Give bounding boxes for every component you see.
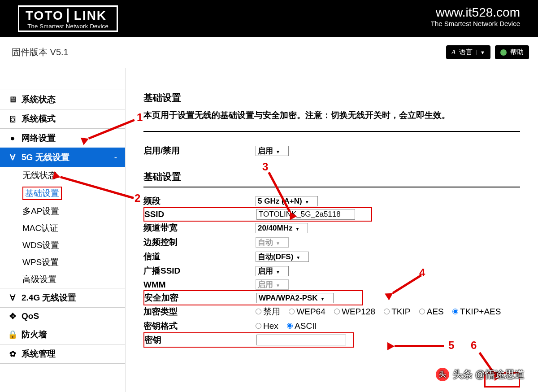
- help-icon: [500, 49, 507, 56]
- channel-select[interactable]: 自动(DFS): [256, 252, 309, 262]
- wifi-icon: ∀: [8, 153, 17, 162]
- sidebar: 🖥 系统状态 ⌼ 系统模式 ● 网络设置 ∀ 5G 无线设置 - 无线状态 基础…: [0, 68, 126, 392]
- enc-opt[interactable]: WEP128: [334, 307, 375, 316]
- encryption-radios: 禁用 WEP64 WEP128 TKIP AES TKIP+AES: [256, 306, 507, 318]
- keyformat-radios: Hex ASCII: [256, 321, 323, 331]
- channel-label: 信道: [143, 251, 256, 262]
- divider: [143, 187, 520, 187]
- enc-opt[interactable]: 禁用: [256, 307, 280, 316]
- key-label: 密钥: [144, 334, 256, 346]
- app-header: TOTOLINK The Smartest Network Device www…: [0, 0, 538, 37]
- nav-label: 防火墙: [22, 329, 47, 340]
- nav-system-mgmt[interactable]: ✿ 系统管理: [0, 344, 125, 364]
- row-wmm: WMM 启用: [143, 278, 520, 291]
- row-security: 安全加密 WPA/WPA2-PSK: [143, 290, 363, 305]
- nav-system-mode[interactable]: ⌼ 系统模式: [0, 109, 125, 128]
- keyfmt-opt[interactable]: Hex: [256, 321, 278, 331]
- header-url: www.it528.com: [431, 5, 520, 20]
- nav-label: 系统状态: [22, 94, 56, 105]
- wmm-select[interactable]: 启用: [256, 279, 289, 290]
- row-sideband: 边频控制 自动: [143, 235, 520, 249]
- language-label: 语言: [459, 48, 473, 57]
- enc-opt[interactable]: TKIP+AES: [452, 307, 501, 316]
- row-channel: 信道 自动(DFS): [143, 249, 520, 264]
- security-select[interactable]: WPA/WPA2-PSK: [256, 293, 334, 303]
- subnav-label: 高级设置: [22, 274, 56, 285]
- keyfmt-opt[interactable]: ASCII: [287, 321, 317, 331]
- subnav-wireless-status[interactable]: 无线状态: [0, 167, 125, 184]
- enc-opt[interactable]: WEP64: [289, 307, 325, 316]
- globe-icon: ●: [8, 134, 17, 143]
- row-encryption: 加密类型 禁用 WEP64 WEP128 TKIP AES TKIP+AES: [143, 305, 520, 319]
- subnav-label: WDS设置: [22, 240, 59, 251]
- enc-opt[interactable]: AES: [419, 307, 444, 316]
- broadcast-label: 广播SSID: [143, 265, 256, 277]
- encryption-label: 加密类型: [143, 306, 256, 318]
- enable-label: 启用/禁用: [143, 145, 256, 157]
- ssid-input[interactable]: [256, 209, 355, 220]
- subnav-advanced[interactable]: 高级设置: [0, 271, 125, 288]
- row-bandwidth: 频道带宽 20/40MHz: [143, 221, 520, 235]
- wmm-label: WMM: [143, 280, 256, 290]
- broadcast-select[interactable]: 启用: [256, 266, 289, 276]
- brand-tagline: The Smartest Network Device: [26, 23, 110, 30]
- wifi-icon: ∀: [8, 293, 17, 302]
- band-select[interactable]: 5 GHz (A+N): [256, 196, 318, 206]
- nav-label: 5G 无线设置: [22, 152, 69, 163]
- subnav-label: WPS设置: [22, 257, 59, 268]
- subnav-label: 多AP设置: [22, 205, 59, 217]
- enc-opt[interactable]: TKIP: [384, 307, 410, 316]
- nav-firewall[interactable]: 🔒 防火墙: [0, 325, 125, 344]
- nav-24g-wireless[interactable]: ∀ 2.4G 无线设置: [0, 288, 125, 307]
- nav-network[interactable]: ● 网络设置: [0, 128, 125, 148]
- nav-label: 系统管理: [22, 348, 56, 360]
- security-label: 安全加密: [144, 292, 256, 304]
- row-key: 密钥: [143, 332, 354, 348]
- row-broadcast: 广播SSID 启用: [143, 264, 520, 278]
- segment-icon: ⌼: [8, 114, 17, 123]
- keyformat-label: 密钥格式: [143, 320, 256, 332]
- row-enable: 启用/禁用 启用: [143, 144, 520, 158]
- qos-icon: ✥: [8, 312, 17, 321]
- annotation-box-6: [484, 372, 520, 388]
- gear-icon: ✿: [8, 349, 17, 358]
- chevron-down-icon: ▼: [476, 50, 485, 55]
- nav-label: 系统模式: [22, 113, 56, 125]
- nav-label: 网络设置: [22, 132, 56, 144]
- nav-qos[interactable]: ✥ QoS: [0, 307, 125, 325]
- subnav-label: MAC认证: [22, 222, 58, 234]
- help-button[interactable]: 帮助: [495, 45, 529, 59]
- subnav-wps[interactable]: WPS设置: [0, 254, 125, 271]
- monitor-icon: 🖥: [8, 95, 17, 104]
- language-button[interactable]: A 语言 ▼: [446, 45, 490, 59]
- sideband-label: 边频控制: [143, 236, 256, 248]
- subnav-basic-settings[interactable]: 基础设置: [0, 184, 125, 203]
- help-label: 帮助: [510, 48, 524, 57]
- brand-text-b: LINK: [67, 9, 107, 22]
- enable-select[interactable]: 启用: [256, 146, 289, 156]
- nav-5g-wireless[interactable]: ∀ 5G 无线设置 -: [0, 148, 125, 167]
- toolbar: 固件版本 V5.1 A 语言 ▼ 帮助: [0, 37, 538, 68]
- nav-label: 2.4G 无线设置: [22, 292, 76, 304]
- bandwidth-label: 频道带宽: [143, 222, 256, 234]
- ssid-label: SSID: [144, 209, 256, 219]
- row-ssid: SSID: [143, 207, 372, 222]
- subnav-label: 基础设置: [22, 187, 62, 200]
- nav-system-status[interactable]: 🖥 系统状态: [0, 90, 125, 109]
- page-description: 本页用于设置无线的基础设置与安全加密。注意：切换无线开关时，会立即生效。: [143, 109, 520, 121]
- subnav-multi-ap[interactable]: 多AP设置: [0, 203, 125, 220]
- basic-settings-header: 基础设置: [143, 170, 520, 183]
- band-label: 频段: [143, 195, 256, 207]
- row-keyformat: 密钥格式 Hex ASCII: [143, 319, 520, 333]
- header-right: www.it528.com The Smartest Network Devic…: [431, 5, 520, 27]
- bandwidth-select[interactable]: 20/40MHz: [256, 223, 308, 233]
- row-band: 频段 5 GHz (A+N): [143, 194, 520, 208]
- key-input[interactable]: [256, 335, 346, 345]
- subnav-mac-auth[interactable]: MAC认证: [0, 220, 125, 237]
- collapse-icon: -: [114, 152, 117, 162]
- sideband-select[interactable]: 自动: [256, 237, 289, 248]
- subnav-label: 无线状态: [22, 170, 56, 181]
- content-pane: 基础设置 本页用于设置无线的基础设置与安全加密。注意：切换无线开关时，会立即生效…: [126, 68, 538, 392]
- subnav-wds[interactable]: WDS设置: [0, 237, 125, 254]
- lock-icon: 🔒: [8, 330, 17, 339]
